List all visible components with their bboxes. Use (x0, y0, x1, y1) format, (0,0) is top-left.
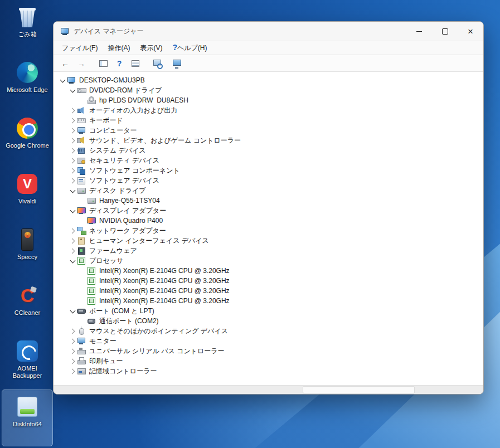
window-controls (406, 22, 483, 41)
desktop-icon-google-chrome[interactable]: Google Chrome (2, 111, 52, 167)
chevron-icon[interactable] (68, 226, 77, 235)
chevron-icon[interactable] (68, 256, 77, 265)
chevron-icon[interactable] (78, 96, 87, 105)
chevron-icon[interactable] (68, 186, 77, 195)
tree-item[interactable]: セキュリティ デバイス (54, 155, 483, 165)
chevron-icon[interactable] (68, 236, 77, 245)
scrollbar-thumb[interactable] (303, 386, 414, 393)
chevron-icon[interactable] (68, 337, 77, 345)
chevron-icon[interactable] (78, 286, 87, 295)
tree-item[interactable]: Intel(R) Xeon(R) E-2104G CPU @ 3.20GHz (54, 286, 483, 296)
toolbar-button-console-tree[interactable] (96, 57, 110, 70)
tree-item[interactable]: マウスとそのほかのポインティング デバイス (54, 326, 483, 336)
tree-item[interactable]: ソフトウェア デバイス (54, 176, 483, 186)
chrome-icon (15, 116, 40, 140)
desktop-icon-recycle-bin[interactable]: ごみ箱 (2, 0, 52, 56)
tree-item[interactable]: ソフトウェア コンポーネント (54, 165, 483, 176)
menu-view[interactable]: 表示(V) (135, 42, 167, 55)
tree-item[interactable]: Intel(R) Xeon(R) E-2104G CPU @ 3.20GHz (54, 266, 483, 276)
tree-item[interactable]: ヒューマン インターフェイス デバイス (54, 236, 483, 246)
desktop-icon-column: ごみ箱 Microsoft Edge Google Chrome Vivaldi… (2, 0, 52, 446)
toolbar-button-devices[interactable] (169, 57, 184, 70)
chevron-icon[interactable] (78, 276, 87, 285)
tree-item[interactable]: DVD/CD-ROM ドライブ (54, 85, 483, 95)
tree-item[interactable]: コンピューター (54, 125, 483, 135)
chevron-icon[interactable] (68, 357, 77, 366)
toolbar-button-scan[interactable] (150, 57, 164, 70)
window-control-close[interactable] (458, 22, 483, 41)
chevron-icon[interactable] (78, 296, 87, 305)
titlebar[interactable]: デバイス マネージャー (54, 22, 483, 41)
tree-item[interactable]: 印刷キュー (54, 356, 483, 366)
chevron-icon[interactable] (68, 306, 77, 315)
tree-item[interactable]: 通信ポート (COM2) (54, 316, 483, 326)
horizontal-scrollbar[interactable] (54, 385, 483, 394)
desktop-icon-aomei-backupper[interactable]: AOMEI Backupper (2, 334, 52, 390)
chevron-icon[interactable] (58, 76, 67, 85)
chevron-icon[interactable] (68, 106, 77, 115)
tree-item[interactable]: ポート (COM と LPT) (54, 306, 483, 316)
tree-item[interactable]: ユニバーサル シリアル バス コントローラー (54, 346, 483, 356)
menu-file[interactable]: ファイル(F) (57, 42, 103, 55)
chevron-icon[interactable] (68, 116, 77, 125)
chevron-icon[interactable] (68, 347, 77, 356)
desktop-icon-speccy[interactable]: Speccy (2, 223, 52, 279)
chevron-icon[interactable] (68, 327, 77, 335)
tree-item[interactable]: キーボード (54, 115, 483, 125)
toolbar-button-help[interactable] (112, 57, 127, 70)
desktop-icon-diskinfo64[interactable]: DiskInfo64 (2, 390, 52, 446)
tree-item[interactable]: ファームウェア (54, 246, 483, 256)
window-control-maximize[interactable] (432, 22, 458, 41)
device-icon (87, 286, 96, 295)
chevron-icon[interactable] (68, 156, 77, 165)
chevron-icon[interactable] (78, 216, 87, 225)
tree-item[interactable]: ネットワーク アダプター (54, 226, 483, 236)
window-control-minimize[interactable] (406, 22, 432, 41)
chevron-icon[interactable] (68, 176, 77, 185)
tree-item[interactable]: hp PLDS DVDRW DU8AESH (54, 95, 483, 105)
chevron-icon[interactable] (68, 166, 77, 175)
tree-item[interactable]: Intel(R) Xeon(R) E-2104G CPU @ 3.20GHz (54, 276, 483, 286)
desktop-icon-microsoft-edge[interactable]: Microsoft Edge (2, 56, 52, 111)
toolbar-button-forward[interactable] (74, 57, 89, 70)
tree-item-label: Intel(R) Xeon(R) E-2104G CPU @ 3.20GHz (99, 297, 230, 305)
tree-item-label: Intel(R) Xeon(R) E-2104G CPU @ 3.20GHz (99, 267, 230, 275)
tree-item[interactable]: モニター (54, 336, 483, 346)
toolbar-button-back[interactable] (58, 57, 72, 70)
chevron-icon[interactable] (68, 246, 77, 255)
menu-action[interactable]: 操作(A) (103, 42, 135, 55)
tree-item[interactable]: Intel(R) Xeon(R) E-2104G CPU @ 3.20GHz (54, 296, 483, 306)
menu-help[interactable]: ヘルプ(H) (167, 41, 212, 55)
desktop-icon-ccleaner[interactable]: CCleaner (2, 279, 52, 334)
chevron-icon[interactable] (68, 146, 77, 155)
tree-item[interactable]: DESKTOP-GMJU3PB (54, 75, 483, 85)
chevron-icon[interactable] (68, 126, 77, 135)
tree-item[interactable]: 記憶域コントローラー (54, 366, 483, 376)
chevron-icon[interactable] (78, 196, 87, 205)
tree-item[interactable]: NVIDIA Quadro P400 (54, 216, 483, 226)
tree-item[interactable]: Hanye-Q55-1TSY04 (54, 196, 483, 206)
tree-item[interactable]: ディスク ドライブ (54, 186, 483, 196)
chevron-icon[interactable] (68, 367, 77, 376)
chevron-icon[interactable] (68, 86, 77, 95)
tree-item[interactable]: オーディオの入力および出力 (54, 105, 483, 115)
tree-item[interactable]: サウンド、ビデオ、およびゲーム コントローラー (54, 135, 483, 145)
toolbar-button-properties[interactable] (128, 57, 143, 70)
device-icon (87, 96, 96, 105)
device-icon (77, 357, 86, 366)
tree-item[interactable]: システム デバイス (54, 145, 483, 155)
chevron-icon[interactable] (68, 206, 77, 215)
device-tree: DESKTOP-GMJU3PB DVD/CD-ROM ドライブ hp PLDS … (54, 72, 483, 385)
tree-item[interactable]: ディスプレイ アダプター (54, 206, 483, 216)
device-icon (77, 126, 86, 135)
chevron-icon[interactable] (78, 266, 87, 275)
chevron-icon[interactable] (68, 136, 77, 145)
tree-item-label: Hanye-Q55-1TSY04 (99, 197, 160, 204)
device-icon (77, 206, 86, 215)
desktop-icon-vivaldi[interactable]: Vivaldi (2, 167, 52, 223)
tree-item[interactable]: プロセッサ (54, 256, 483, 266)
device-manager-icon (60, 27, 69, 36)
chevron-icon[interactable] (78, 316, 87, 325)
ccleaner-icon (15, 283, 40, 308)
device-icon (77, 236, 86, 245)
